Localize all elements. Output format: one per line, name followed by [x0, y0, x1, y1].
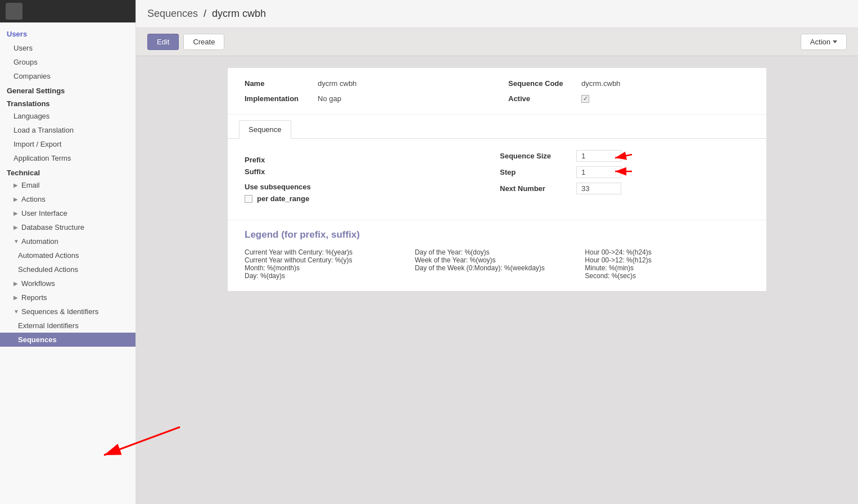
seq-id-arrow-icon: ▼ — [13, 308, 19, 315]
action-button[interactable]: Action — [801, 34, 847, 50]
sequence-tab-grid: Prefix Suffix Use subsequences per date_… — [245, 150, 749, 208]
fields-section: Name dycrm cwbh Sequence Code dycrm.cwbh… — [228, 68, 766, 115]
sidebar-item-automated-actions[interactable]: Automated Actions — [0, 248, 136, 262]
sidebar-logo — [6, 3, 22, 20]
next-number-label: Next Number — [500, 184, 573, 193]
automation-arrow-icon: ▼ — [13, 238, 19, 244]
legend-section: Legend (for prefix, suffix) Current Year… — [228, 220, 766, 291]
sidebar-item-companies[interactable]: Companies — [0, 69, 136, 83]
sidebar-item-reports[interactable]: ▶ Reports — [0, 290, 136, 305]
field-row-active: Active — [508, 94, 749, 103]
workflows-arrow-icon: ▶ — [13, 280, 19, 287]
legend-item-y: Current Year without Century: %(y)s — [245, 256, 409, 264]
breadcrumb: Sequences / dycrm cwbh — [147, 8, 266, 20]
db-arrow-icon: ▶ — [13, 224, 19, 230]
sidebar-item-users-header[interactable]: Users — [0, 27, 136, 41]
seq-step-row: Step 1 — [500, 166, 749, 178]
create-button[interactable]: Create — [183, 34, 224, 50]
sidebar-translations-label: Translations — [0, 96, 136, 109]
seq-prefix-row: Prefix — [245, 156, 494, 164]
sidebar-item-languages[interactable]: Languages — [0, 109, 136, 123]
legend-item-sec: Second: %(sec)s — [585, 272, 749, 280]
legend-item-month: Month: %(month)s — [245, 264, 409, 272]
sidebar-item-users[interactable]: Users — [0, 41, 136, 55]
legend-item-h12: Hour 00->12: %(h12)s — [585, 256, 749, 264]
active-label: Active — [508, 94, 576, 103]
tab-content: Prefix Suffix Use subsequences per date_… — [228, 139, 766, 220]
edit-button[interactable]: Edit — [147, 34, 179, 50]
seq-next-number-row: Next Number 33 — [500, 183, 749, 194]
legend-item-h24: Hour 00->24: %(h24)s — [585, 248, 749, 256]
record-card: Name dycrm cwbh Sequence Code dycrm.cwbh… — [227, 67, 767, 292]
sidebar-general-settings-label: General Settings — [0, 83, 136, 96]
main-content: Sequences / dycrm cwbh Edit Create Actio… — [136, 0, 858, 504]
email-arrow-icon: ▶ — [13, 182, 19, 188]
sidebar-item-external-identifiers[interactable]: External Identifiers — [0, 319, 136, 333]
sidebar-nav: Users Users Groups Companies General Set… — [0, 22, 136, 351]
seq-suffix-row: Suffix — [245, 167, 494, 176]
step-value: 1 — [576, 166, 621, 178]
toolbar: Edit Create Action — [136, 28, 858, 56]
sidebar-item-email[interactable]: ▶ Email — [0, 178, 136, 192]
action-caret-icon — [833, 40, 837, 43]
legend-title: Legend (for prefix, suffix) — [245, 229, 749, 240]
seq-per-date-range-row: per date_range — [245, 194, 494, 203]
name-value: dycrm cwbh — [318, 79, 356, 88]
legend-col2: Day of the Year: %(doy)s Week of the Yea… — [415, 248, 580, 280]
field-row-implementation: Implementation No gap — [245, 94, 486, 103]
breadcrumb-parent[interactable]: Sequences — [147, 8, 198, 19]
sequence-size-value: 1 — [576, 150, 621, 162]
breadcrumb-separator: / — [201, 8, 212, 19]
legend-item-day: Day: %(day)s — [245, 272, 409, 280]
implementation-label: Implementation — [245, 94, 312, 103]
sequence-code-value: dycrm.cwbh — [581, 79, 620, 88]
use-subsequences-checkbox[interactable] — [245, 195, 252, 203]
sidebar-item-import-export[interactable]: Import / Export — [0, 137, 136, 151]
sidebar-item-load-translation[interactable]: Load a Translation — [0, 123, 136, 137]
sidebar-item-user-interface[interactable]: ▶ User Interface — [0, 206, 136, 220]
sequence-size-label: Sequence Size — [500, 152, 573, 160]
page-header: Sequences / dycrm cwbh — [136, 0, 858, 28]
sidebar-item-scheduled-actions[interactable]: Scheduled Actions — [0, 262, 136, 276]
name-label: Name — [245, 79, 312, 88]
sidebar-item-database-structure[interactable]: ▶ Database Structure — [0, 220, 136, 234]
legend-col3: Hour 00->24: %(h24)s Hour 00->12: %(h12)… — [585, 248, 749, 280]
sidebar-item-sequences-identifiers[interactable]: ▼ Sequences & Identifiers — [0, 305, 136, 319]
annotation-arrow-svg — [136, 56, 191, 504]
sidebar-technical-label: Technical — [0, 165, 136, 178]
sidebar-item-workflows[interactable]: ▶ Workflows — [0, 276, 136, 290]
sidebar: Users Users Groups Companies General Set… — [0, 0, 136, 504]
legend-item-weekday: Day of the Week (0:Monday): %(weekday)s — [415, 264, 580, 272]
legend-item-year: Current Year with Century: %(year)s — [245, 248, 409, 256]
sidebar-item-application-terms[interactable]: Application Terms — [0, 151, 136, 165]
use-subsequences-label: Use subsequences — [245, 183, 311, 191]
ui-arrow-icon: ▶ — [13, 210, 19, 216]
tab-header: Sequence — [228, 115, 766, 139]
sidebar-header — [0, 0, 136, 22]
seq-right-fields: Sequence Size 1 Step 1 Next Number 33 — [500, 150, 749, 208]
legend-item-woy: Week of the Year: %(woy)s — [415, 256, 580, 264]
legend-col1: Current Year with Century: %(year)s Curr… — [245, 248, 409, 280]
tab-sequence[interactable]: Sequence — [239, 120, 291, 139]
seq-left-fields: Prefix Suffix Use subsequences per date_… — [245, 150, 494, 208]
per-date-range-label: per date_range — [257, 194, 309, 203]
active-checkbox[interactable] — [581, 95, 589, 103]
breadcrumb-current: dycrm cwbh — [212, 8, 266, 19]
implementation-value: No gap — [318, 94, 341, 103]
seq-use-subseq-row: Use subsequences — [245, 183, 494, 191]
reports-arrow-icon: ▶ — [13, 294, 19, 301]
svg-line-4 — [136, 427, 180, 455]
sidebar-item-automation[interactable]: ▼ Automation — [0, 234, 136, 248]
legend-item-doy: Day of the Year: %(doy)s — [415, 248, 580, 256]
step-label: Step — [500, 168, 573, 176]
seq-size-row: Sequence Size 1 — [500, 150, 749, 162]
sidebar-item-sequences[interactable]: Sequences — [0, 333, 136, 347]
legend-item-min: Minute: %(min)s — [585, 264, 749, 272]
sequence-code-label: Sequence Code — [508, 79, 576, 88]
actions-arrow-icon: ▶ — [13, 196, 19, 202]
sidebar-item-groups[interactable]: Groups — [0, 55, 136, 69]
sidebar-item-actions[interactable]: ▶ Actions — [0, 192, 136, 206]
field-row-name: Name dycrm cwbh — [245, 79, 486, 88]
suffix-label: Suffix — [245, 167, 265, 176]
record-area: Name dycrm cwbh Sequence Code dycrm.cwbh… — [136, 56, 858, 504]
